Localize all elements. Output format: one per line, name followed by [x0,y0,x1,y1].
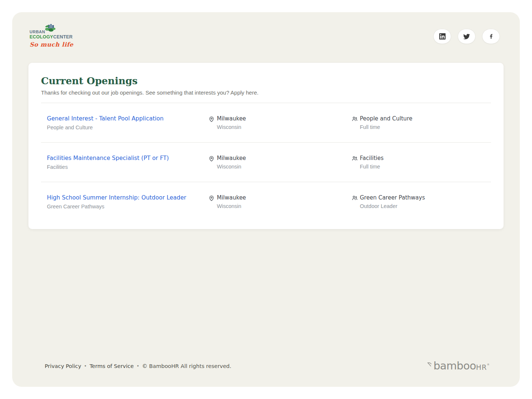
job-title-cell: High School Summer Internship: Outdoor L… [41,194,208,209]
location-pin-icon [208,115,217,124]
bamboohr-logo[interactable]: bamboo HR ® [427,361,490,371]
job-department-cell: Green Career Pathways Outdoor Leader [351,194,491,209]
twitter-icon [463,33,470,40]
logo-text-ecology-center: ECOLOGYCENTER [30,35,74,40]
job-department: Green Career Pathways [360,194,425,201]
social-buttons [433,29,500,44]
job-department: Facilities [360,155,383,161]
people-department-icon [351,194,360,202]
job-department: People and Culture [360,115,412,122]
logo-leaves-buildings-icon [44,24,56,35]
job-state: Wisconsin [217,203,246,209]
job-title-cell: Facilities Maintenance Specialist (PT or… [41,154,208,170]
job-city: Milwaukee [217,194,246,201]
job-employment-type: Full time [360,164,383,170]
facebook-button[interactable] [482,29,500,44]
job-department-subtitle: People and Culture [47,125,208,130]
page-title: Current Openings [41,75,491,86]
job-location-cell: Milwaukee Wisconsin [208,155,351,170]
footer: Privacy Policy • Terms of Service • © Ba… [45,361,490,371]
job-employment-type: Outdoor Leader [360,203,425,209]
page-panel: URBAN ECOLOGYCENTER So much life [12,12,520,387]
job-location-cell: Milwaukee Wisconsin [208,115,351,130]
job-city: Milwaukee [217,155,246,161]
privacy-policy-link[interactable]: Privacy Policy [45,363,81,369]
job-title-cell: General Interest - Talent Pool Applicati… [41,115,208,130]
bamboo-hr-suffix: HR [476,364,487,371]
company-logo: URBAN ECOLOGYCENTER So much life [30,25,74,48]
registered-mark: ® [487,363,490,366]
job-location-cell: Milwaukee Wisconsin [208,194,351,209]
logo-tagline: So much life [30,42,74,48]
job-department-subtitle: Green Career Pathways [47,204,208,209]
job-row: General Interest - Talent Pool Applicati… [41,103,491,142]
footer-links: Privacy Policy • Terms of Service • © Ba… [45,363,231,369]
location-pin-icon [208,194,217,203]
job-list: General Interest - Talent Pool Applicati… [41,103,491,221]
twitter-button[interactable] [458,29,475,44]
linkedin-button[interactable] [433,29,451,44]
people-department-icon [351,115,360,123]
facebook-icon [488,33,494,40]
people-department-icon [351,155,360,163]
bamboo-leaf-icon [427,361,433,368]
footer-separator: • [85,363,86,369]
bamboo-wordmark: bamboo [433,361,476,371]
job-row: Facilities Maintenance Specialist (PT or… [41,142,491,182]
job-city: Milwaukee [217,115,246,122]
location-pin-icon [208,155,217,164]
page-subtitle: Thanks for checking out our job openings… [41,89,491,96]
job-link[interactable]: Facilities Maintenance Specialist (PT or… [47,155,169,161]
job-state: Wisconsin [217,164,246,170]
copyright-text: © BambooHR All rights reserved. [142,363,231,369]
job-state: Wisconsin [217,124,246,130]
job-department-cell: Facilities Full time [351,155,491,170]
current-openings-card: Current Openings Thanks for checking out… [28,63,504,229]
job-department-subtitle: Facilities [47,164,208,170]
footer-separator: • [137,363,139,369]
terms-of-service-link[interactable]: Terms of Service [89,363,133,369]
job-row: High School Summer Internship: Outdoor L… [41,182,491,221]
job-link[interactable]: General Interest - Talent Pool Applicati… [47,115,164,122]
job-employment-type: Full time [360,124,412,130]
linkedin-icon [439,33,446,40]
job-department-cell: People and Culture Full time [351,115,491,130]
job-link[interactable]: High School Summer Internship: Outdoor L… [47,194,186,201]
